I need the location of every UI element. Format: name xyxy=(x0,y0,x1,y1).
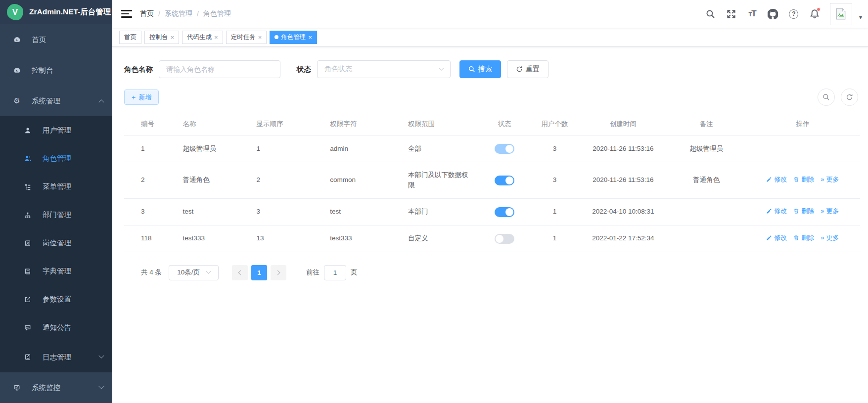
reset-button[interactable]: 重置 xyxy=(507,60,548,78)
search-button[interactable]: 搜索 xyxy=(459,60,501,78)
tab-console[interactable]: 控制台 × xyxy=(144,31,179,44)
col-header-status: 状态 xyxy=(479,113,530,136)
toggle-search-button[interactable] xyxy=(818,89,835,106)
col-header-created: 创建时间 xyxy=(579,113,668,136)
more-link[interactable]: »更多 xyxy=(821,175,839,185)
tab-home[interactable]: 首页 xyxy=(119,31,141,44)
sidebar-group-system[interactable]: ⚙ 系统管理 xyxy=(0,86,112,116)
more-icon: » xyxy=(821,206,824,217)
chevron-down-icon xyxy=(206,269,211,273)
delete-link[interactable]: 删除 xyxy=(793,233,814,243)
sidebar-item-label: 菜单管理 xyxy=(43,182,71,191)
cell-perm: admin xyxy=(325,136,403,162)
app-logo-icon: V xyxy=(7,4,23,20)
more-link[interactable]: »更多 xyxy=(821,233,839,243)
caret-down-icon[interactable]: ▾ xyxy=(859,14,862,21)
sidebar-group-logs[interactable]: 日志管理 xyxy=(0,342,112,372)
main-area: 首页 / 系统管理 / 角色管理 TT xyxy=(112,0,868,403)
sidebar-submenu-system: 用户管理 角色管理 菜单管理 xyxy=(0,116,112,372)
edit-link[interactable]: 修改 xyxy=(766,233,787,243)
col-header-scope: 权限范围 xyxy=(403,113,479,136)
more-icon: » xyxy=(821,175,824,185)
fullscreen-icon[interactable] xyxy=(723,4,740,24)
prev-page-button[interactable] xyxy=(232,265,248,280)
sidebar-item-departments[interactable]: 部门管理 xyxy=(0,201,112,229)
page-content: 角色名称 状态 角色状态 搜索 重置 xyxy=(112,47,868,403)
page-size-select[interactable]: 10条/页 xyxy=(169,265,219,280)
sitemap-icon xyxy=(24,211,32,219)
status-select[interactable]: 角色状态 xyxy=(317,60,451,78)
notification-badge xyxy=(817,7,821,11)
table-toolbar: + 新增 xyxy=(124,89,860,106)
status-toggle[interactable] xyxy=(495,234,514,244)
close-icon[interactable]: × xyxy=(258,34,262,41)
sidebar-item-label: 首页 xyxy=(32,35,46,45)
sidebar-item-roles[interactable]: 角色管理 xyxy=(0,144,112,173)
github-icon[interactable] xyxy=(765,4,781,24)
tab-codegen[interactable]: 代码生成 × xyxy=(182,31,223,44)
edit-link[interactable]: 修改 xyxy=(766,175,787,185)
close-icon[interactable]: × xyxy=(308,34,312,41)
cell-order: 13 xyxy=(251,225,325,252)
sidebar-item-menus[interactable]: 菜单管理 xyxy=(0,173,112,201)
sidebar-collapse-icon[interactable] xyxy=(121,9,132,19)
chevron-down-icon xyxy=(439,65,444,70)
tab-label: 定时任务 xyxy=(231,33,256,42)
sidebar-item-label: 日志管理 xyxy=(43,353,71,362)
font-size-icon[interactable]: TT xyxy=(744,4,761,24)
goto-page-input[interactable] xyxy=(324,265,346,280)
sidebar-item-home[interactable]: 首页 xyxy=(0,24,112,55)
table-row: 3 test 3 test 本部门 1 2022-04-10 10:08:31 … xyxy=(124,198,860,225)
close-icon[interactable]: × xyxy=(214,34,218,41)
sidebar-item-label: 部门管理 xyxy=(43,210,71,220)
sidebar-item-notices[interactable]: 通知公告 xyxy=(0,313,112,342)
top-navbar: 首页 / 系统管理 / 角色管理 TT xyxy=(112,0,868,28)
tab-scheduled-tasks[interactable]: 定时任务 × xyxy=(226,31,267,44)
sidebar-menu: 首页 控制台 ⚙ 系统管理 用户管理 xyxy=(0,24,112,403)
chevron-up-icon xyxy=(98,99,104,105)
next-page-button[interactable] xyxy=(271,265,286,280)
logo-bar[interactable]: V ZrAdmin.NET-后台管理 xyxy=(0,0,112,24)
cell-remark xyxy=(667,225,745,252)
close-icon[interactable]: × xyxy=(171,34,175,41)
sidebar-item-posts[interactable]: 岗位管理 xyxy=(0,229,112,257)
cell-remark xyxy=(667,198,745,225)
cell-created: 2020-11-26 11:53:16 xyxy=(579,136,668,162)
cell-ops xyxy=(745,136,860,162)
edit-link[interactable]: 修改 xyxy=(766,206,787,217)
sidebar: V ZrAdmin.NET-后台管理 首页 控制台 ⚙ 系统管理 xyxy=(0,0,112,403)
status-toggle[interactable] xyxy=(495,207,514,217)
role-name-input[interactable] xyxy=(159,60,280,78)
delete-link[interactable]: 删除 xyxy=(793,175,814,185)
comment-icon xyxy=(24,324,32,332)
tab-label: 控制台 xyxy=(149,33,168,42)
breadcrumb-home[interactable]: 首页 xyxy=(140,9,154,18)
status-toggle[interactable] xyxy=(495,176,514,185)
sidebar-group-monitor[interactable]: 系统监控 xyxy=(0,372,112,403)
sidebar-item-dictionary[interactable]: 字典管理 xyxy=(0,257,112,285)
add-button[interactable]: + 新增 xyxy=(124,90,159,105)
refresh-button[interactable] xyxy=(841,89,858,106)
cell-remark: 超级管理员 xyxy=(667,136,745,162)
sidebar-item-users[interactable]: 用户管理 xyxy=(0,116,112,144)
monitor-icon xyxy=(13,384,21,392)
delete-link[interactable]: 删除 xyxy=(793,206,814,217)
more-link[interactable]: »更多 xyxy=(821,206,839,217)
goto-suffix: 页 xyxy=(351,268,358,277)
status-toggle[interactable] xyxy=(495,144,514,154)
help-icon[interactable]: ? xyxy=(785,4,802,24)
tab-roles[interactable]: 角色管理 × xyxy=(270,31,317,44)
avatar[interactable] xyxy=(830,3,852,25)
bell-icon[interactable] xyxy=(806,4,823,24)
sidebar-item-console[interactable]: 控制台 xyxy=(0,55,112,86)
sidebar-item-parameters[interactable]: 参数设置 xyxy=(0,285,112,313)
breadcrumb-separator: / xyxy=(197,10,199,18)
sidebar-item-label: 字典管理 xyxy=(43,267,71,276)
dashboard-icon xyxy=(13,36,21,44)
breadcrumb: 首页 / 系统管理 / 角色管理 xyxy=(140,9,231,18)
cell-users: 1 xyxy=(530,198,579,225)
sidebar-item-label: 系统管理 xyxy=(32,96,60,106)
page-number-button[interactable]: 1 xyxy=(251,265,267,280)
search-icon[interactable] xyxy=(702,4,719,24)
cell-name: 普通角色 xyxy=(178,162,252,198)
